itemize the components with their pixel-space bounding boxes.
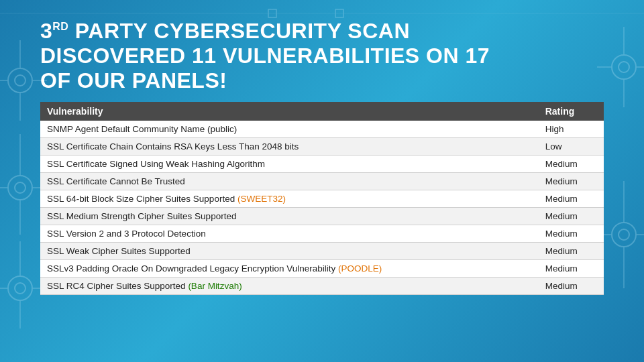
rating-cell: Medium [539,208,604,225]
rating-cell: Medium [539,260,604,278]
table-row: SSL Certificate Chain Contains RSA Keys … [40,138,604,156]
col-vulnerability: Vulnerability [40,102,539,121]
highlight-label: (Bar Mitzvah) [188,281,241,291]
rating-cell: Low [539,138,604,156]
rating-cell: High [539,121,604,138]
rating-cell: Medium [539,156,604,173]
title-line1: PARTY CYBERSECURITY SCAN [68,19,410,43]
rating-cell: Medium [539,278,604,295]
vulnerability-cell: SSL 64-bit Block Size Cipher Suites Supp… [40,190,539,208]
vulnerability-table: Vulnerability Rating SNMP Agent Default … [40,102,604,295]
title-line3: OF OUR PANELS! [40,68,227,93]
highlight-label: (POODLE) [338,263,382,274]
vulnerability-cell: SSL Medium Strength Cipher Suites Suppor… [40,208,539,225]
vulnerability-cell: SSL Version 2 and 3 Protocol Detection [40,225,539,243]
title-line2: DISCOVERED 11 VULNERABILITIES ON 17 [40,44,490,68]
col-rating: Rating [539,102,604,121]
vulnerability-cell: SNMP Agent Default Community Name (publi… [40,121,539,138]
table-row: SSL Medium Strength Cipher Suites Suppor… [40,208,604,225]
rating-cell: Medium [539,190,604,208]
rating-cell: Medium [539,173,604,190]
table-row: SNMP Agent Default Community Name (publi… [40,121,604,138]
rating-cell: Medium [539,225,604,243]
table-row: SSL Weak Cipher Suites SupportedMedium [40,243,604,260]
title-prefix: 3RD [40,19,68,43]
vulnerability-cell: SSLv3 Padding Oracle On Downgraded Legac… [40,260,539,278]
vulnerability-cell: SSL Weak Cipher Suites Supported [40,243,539,260]
table-row: SSL 64-bit Block Size Cipher Suites Supp… [40,190,604,208]
highlight-label: (SWEET32) [237,194,286,204]
vulnerability-cell: SSL Certificate Cannot Be Trusted [40,173,539,190]
table-row: SSL RC4 Cipher Suites Supported (Bar Mit… [40,278,604,295]
page-title: 3RD PARTY CYBERSECURITY SCAN DISCOVERED … [40,19,604,93]
title-sup: RD [52,21,68,32]
main-content: 3RD PARTY CYBERSECURITY SCAN DISCOVERED … [0,0,644,362]
vulnerability-cell: SSL RC4 Cipher Suites Supported (Bar Mit… [40,278,539,295]
table-row: SSL Certificate Signed Using Weak Hashin… [40,156,604,173]
rating-cell: Medium [539,243,604,260]
vulnerability-cell: SSL Certificate Chain Contains RSA Keys … [40,138,539,156]
vulnerability-cell: SSL Certificate Signed Using Weak Hashin… [40,156,539,173]
table-row: SSLv3 Padding Oracle On Downgraded Legac… [40,260,604,278]
table-row: SSL Certificate Cannot Be TrustedMedium [40,173,604,190]
table-row: SSL Version 2 and 3 Protocol DetectionMe… [40,225,604,243]
table-header-row: Vulnerability Rating [40,102,604,121]
